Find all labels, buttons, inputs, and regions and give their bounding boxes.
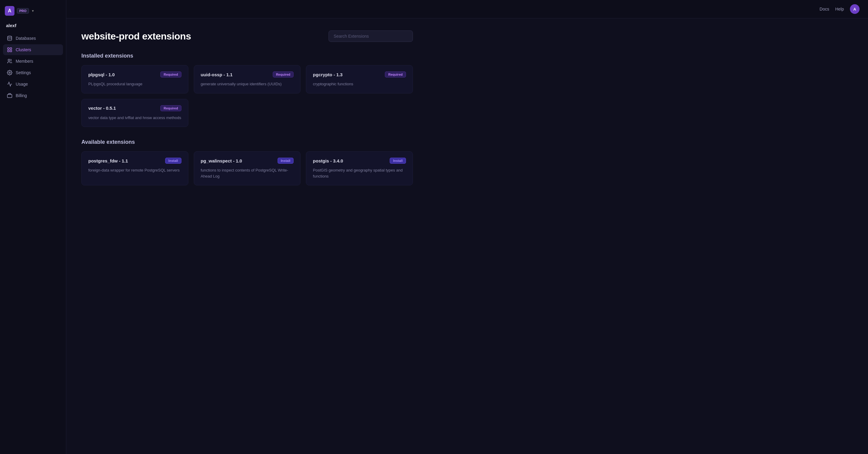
available-section-title: Available extensions [82, 139, 413, 145]
ext-name: plpgsql - 1.0 [88, 72, 115, 77]
ext-description: PostGIS geometry and geography spatial t… [313, 167, 406, 179]
sidebar-item-databases-label: Databases [16, 36, 36, 41]
extension-card: plpgsql - 1.0 Required PL/pgsQL procedur… [82, 65, 188, 93]
clusters-icon [7, 47, 13, 53]
ext-card-header: postgres_fdw - 1.1 Install [88, 158, 181, 164]
ext-badge[interactable]: Install [165, 158, 181, 164]
svg-rect-3 [7, 50, 9, 52]
ext-description: cryptographic functions [313, 81, 406, 87]
sidebar-item-members-label: Members [16, 59, 33, 64]
ext-card-header: vector - 0.5.1 Required [88, 105, 181, 111]
help-link[interactable]: Help [835, 7, 844, 11]
ext-card-header: uuid-ossp - 1.1 Required [201, 71, 294, 78]
topnav: Docs Help A [66, 0, 868, 19]
page-title: website-prod extensions [82, 31, 191, 42]
page-header: website-prod extensions [82, 30, 413, 42]
main-content: Docs Help A website-prod extensions Inst… [66, 0, 868, 454]
extension-card: uuid-ossp - 1.1 Required generate univer… [194, 65, 301, 93]
sidebar-nav: Databases Clusters Members [0, 33, 66, 101]
page-body: website-prod extensions Installed extens… [66, 19, 428, 210]
ext-badge[interactable]: Install [278, 158, 294, 164]
databases-icon [7, 36, 13, 41]
sidebar-item-settings[interactable]: Settings [3, 67, 63, 78]
sidebar: A PRO ▾ alexf Databases Clusters [0, 0, 66, 454]
usage-icon [7, 81, 13, 87]
sidebar-item-settings-label: Settings [16, 70, 31, 75]
settings-icon [7, 70, 13, 75]
svg-rect-4 [10, 50, 12, 52]
ext-name: uuid-ossp - 1.1 [201, 72, 233, 77]
svg-rect-2 [10, 48, 12, 49]
sidebar-item-billing[interactable]: Billing [3, 90, 63, 101]
svg-point-5 [8, 59, 10, 61]
ext-badge: Required [160, 71, 181, 78]
available-extensions-section: Available extensions postgres_fdw - 1.1 … [82, 139, 413, 185]
installed-section-title: Installed extensions [82, 53, 413, 59]
svg-point-6 [9, 72, 10, 73]
billing-icon [7, 93, 13, 98]
installed-extensions-section: Installed extensions plpgsql - 1.0 Requi… [82, 53, 413, 127]
ext-description: functions to inspect contents of Postgre… [201, 167, 294, 179]
sidebar-item-databases[interactable]: Databases [3, 33, 63, 44]
logo-icon: A [5, 6, 14, 16]
extension-card: vector - 0.5.1 Required vector data type… [82, 99, 188, 127]
sidebar-username: alexf [0, 23, 66, 33]
avatar[interactable]: A [850, 4, 860, 14]
ext-badge[interactable]: Install [390, 158, 406, 164]
ext-description: foreign-data wrapper for remote PostgreS… [88, 167, 181, 173]
extension-card: pg_walinspect - 1.0 Install functions to… [194, 151, 301, 185]
sidebar-item-billing-label: Billing [16, 93, 27, 98]
ext-badge: Required [385, 71, 406, 78]
pro-badge: PRO [17, 8, 29, 13]
extension-card: postgis - 3.4.0 Install PostGIS geometry… [306, 151, 413, 185]
ext-badge: Required [160, 105, 181, 111]
svg-rect-1 [7, 48, 9, 49]
ext-name: postgis - 3.4.0 [313, 158, 343, 163]
ext-card-header: pgcrypto - 1.3 Required [313, 71, 406, 78]
pro-chevron-icon[interactable]: ▾ [32, 9, 34, 13]
sidebar-item-usage[interactable]: Usage [3, 79, 63, 90]
docs-link[interactable]: Docs [819, 7, 829, 11]
ext-badge: Required [273, 71, 294, 78]
sidebar-item-members[interactable]: Members [3, 56, 63, 67]
ext-description: vector data type and ivfflat and hnsw ac… [88, 115, 181, 121]
sidebar-item-usage-label: Usage [16, 82, 28, 87]
logo-area: A PRO ▾ [0, 6, 66, 23]
available-extensions-grid: postgres_fdw - 1.1 Install foreign-data … [82, 151, 413, 185]
members-icon [7, 59, 13, 64]
ext-name: pg_walinspect - 1.0 [201, 158, 242, 163]
ext-card-header: plpgsql - 1.0 Required [88, 71, 181, 78]
ext-name: postgres_fdw - 1.1 [88, 158, 128, 163]
ext-name: vector - 0.5.1 [88, 105, 116, 111]
ext-name: pgcrypto - 1.3 [313, 72, 342, 77]
ext-card-header: postgis - 3.4.0 Install [313, 158, 406, 164]
extension-card: postgres_fdw - 1.1 Install foreign-data … [82, 151, 188, 185]
extension-card: pgcrypto - 1.3 Required cryptographic fu… [306, 65, 413, 93]
ext-description: PL/pgsQL procedural language [88, 81, 181, 87]
search-extensions-input[interactable] [329, 30, 413, 42]
sidebar-item-clusters[interactable]: Clusters [3, 44, 63, 55]
ext-description: generate universally unique identifiers … [201, 81, 294, 87]
sidebar-item-clusters-label: Clusters [16, 47, 31, 52]
ext-card-header: pg_walinspect - 1.0 Install [201, 158, 294, 164]
svg-point-0 [7, 36, 12, 38]
installed-extensions-grid: plpgsql - 1.0 Required PL/pgsQL procedur… [82, 65, 413, 127]
